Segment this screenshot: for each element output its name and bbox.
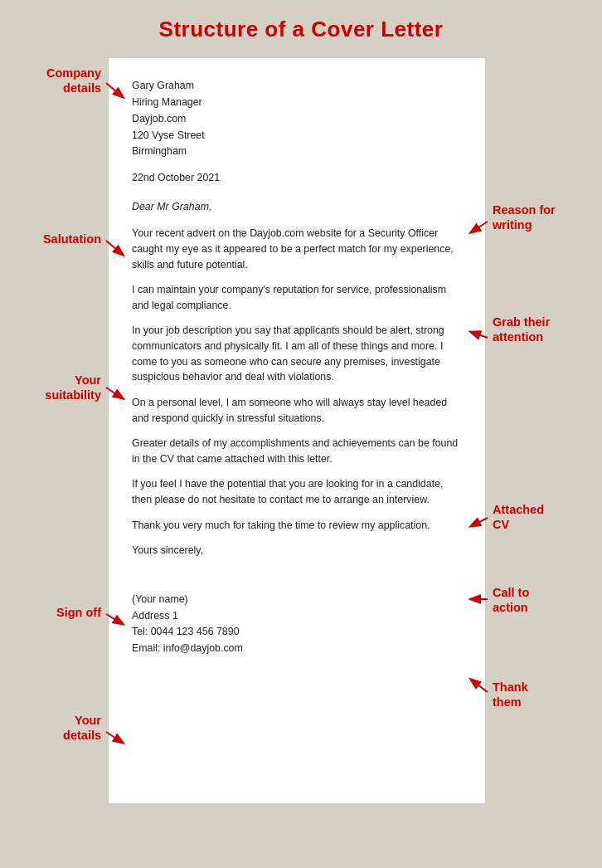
paragraph-5: Greater details of my accomplishments an… bbox=[132, 436, 462, 466]
label-company-details: Company details bbox=[17, 66, 101, 95]
letter-document: Gary Graham Hiring Manager Dayjob.com 12… bbox=[108, 57, 486, 804]
left-labels-column: Company details Salutation Your suitabil… bbox=[17, 57, 108, 804]
recipient-address: 120 Vyse Street bbox=[132, 128, 462, 144]
paragraph-6: If you feel I have the potential that yo… bbox=[132, 476, 462, 507]
label-grab-attention: Grab their attention bbox=[493, 315, 550, 344]
label-attached-cv: Attached CV bbox=[493, 502, 544, 532]
page-title: Structure of a Cover Letter bbox=[17, 17, 585, 42]
recipient-company: Dayjob.com bbox=[132, 111, 462, 128]
paragraph-7: Thank you very much for taking the time … bbox=[132, 518, 462, 534]
label-call-to-action: Call to action bbox=[493, 585, 529, 615]
sender-tel: Tel: 0044 123 456 7890 bbox=[132, 624, 462, 641]
sender-details: (Your name) Address 1 Tel: 0044 123 456 … bbox=[132, 592, 462, 657]
right-labels-column: Reason for writing Grab their attention … bbox=[486, 57, 585, 804]
recipient-city: Birmingham bbox=[132, 144, 462, 160]
label-your-details: Your details bbox=[17, 713, 101, 743]
label-reason-for-writing: Reason for writing bbox=[493, 202, 556, 232]
sender-name: (Your name) bbox=[132, 592, 462, 608]
letter-signoff: Yours sincerely, bbox=[132, 543, 462, 558]
letter-date: 22nd October 2021 bbox=[132, 170, 462, 186]
paragraph-1: Your recent advert on the Dayjob.com web… bbox=[132, 226, 462, 272]
recipient-details: Gary Graham Hiring Manager Dayjob.com 12… bbox=[132, 78, 462, 160]
letter-body: Your recent advert on the Dayjob.com web… bbox=[132, 226, 462, 533]
paragraph-2: I can maintain your company's reputation… bbox=[132, 282, 462, 313]
label-your-suitability: Your suitability bbox=[17, 373, 101, 402]
recipient-title: Hiring Manager bbox=[132, 95, 462, 111]
label-thank-them: Thank them bbox=[493, 680, 528, 710]
label-sign-off: Sign off bbox=[17, 605, 101, 620]
paragraph-4: On a personal level, I am someone who wi… bbox=[132, 395, 462, 426]
letter-salutation: Dear Mr Graham, bbox=[132, 199, 462, 215]
recipient-name: Gary Graham bbox=[132, 78, 462, 95]
label-salutation: Salutation bbox=[17, 232, 101, 246]
page-wrapper: Structure of a Cover Letter Company deta… bbox=[17, 17, 585, 804]
paragraph-3: In your job description you say that app… bbox=[132, 323, 462, 384]
sender-email: Email: info@dayjob.com bbox=[132, 641, 462, 657]
sender-address: Address 1 bbox=[132, 608, 462, 625]
